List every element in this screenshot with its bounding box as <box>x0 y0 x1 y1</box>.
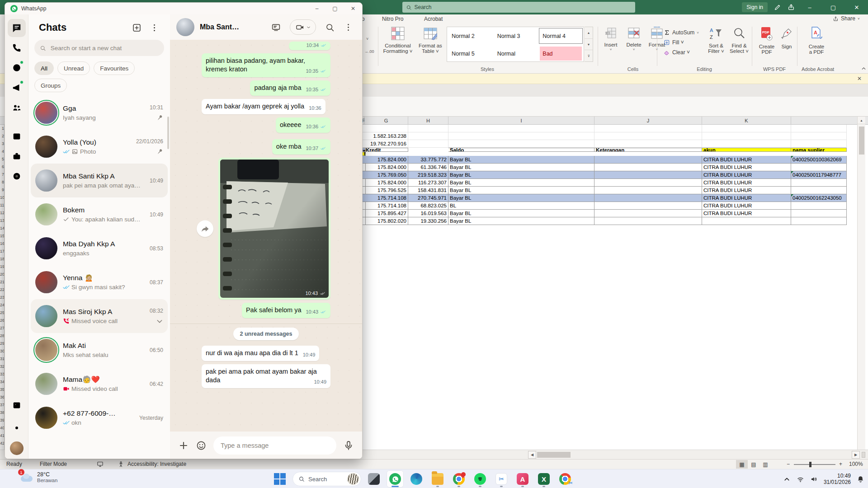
gallery-more-icon[interactable]: ⊽ <box>585 50 593 61</box>
chat-list-item[interactable]: Gga Iyah sayang <box>31 96 168 130</box>
style-normal-5[interactable]: Normal 5 <box>447 45 493 62</box>
taskbar-chrome[interactable] <box>450 470 467 488</box>
chat-search-bar[interactable] <box>34 40 164 56</box>
view-page-layout-button[interactable]: ▤ <box>748 460 760 469</box>
column-header[interactable]: H <box>408 117 448 125</box>
chat-list-scrollbar[interactable] <box>167 117 169 149</box>
table-row[interactable]: 175.824.000 116.273.307 Bayar BL CITRA B… <box>363 179 847 187</box>
gallery-up-icon[interactable]: ▲ <box>585 27 593 39</box>
format-as-table-button[interactable]: Format asTable ˅ <box>416 27 445 54</box>
sheet-row[interactable] <box>363 125 847 132</box>
tab-nitro-pro[interactable]: Nitro Pro <box>382 16 403 22</box>
sign-button[interactable]: Sign <box>778 27 795 49</box>
fill-button[interactable]: Fill ˅ <box>664 39 699 46</box>
draw-pen-icon[interactable] <box>774 4 781 11</box>
chat-list-item[interactable]: Yenna 🙍🏼 Si gwyn masi sakit? <box>31 265 168 299</box>
rail-calls[interactable] <box>8 39 26 57</box>
vertical-scrollbar[interactable]: ▲ <box>857 117 865 450</box>
chat-list-item[interactable]: Mas Siroj Kkp A Missed voice call <box>31 299 168 333</box>
excel-restore-button[interactable]: ▢ <box>825 0 842 14</box>
taskbar-file-explorer[interactable] <box>429 470 446 488</box>
notification-close-icon[interactable]: ✕ <box>857 75 862 82</box>
style-bad[interactable]: Bad <box>540 47 582 61</box>
chat-list-item[interactable]: +62 877-6009-… okn <box>31 401 168 435</box>
message-photo[interactable] <box>220 160 329 298</box>
filter-chip[interactable]: Unread <box>57 61 90 75</box>
view-normal-button[interactable]: ▦ <box>736 460 748 469</box>
message-bubble[interactable]: Ayam bakar /ayam geprek aj yolla 10:36 <box>202 99 326 114</box>
table-row[interactable]: 175.895.427 16.019.563 Bayar BL CITRA BU… <box>363 210 847 217</box>
clear-button[interactable]: Clear ˅ <box>664 49 699 56</box>
message-input[interactable] <box>213 436 336 455</box>
attach-plus-icon[interactable] <box>178 440 189 451</box>
taskbar-weather[interactable]: 1 28°C Berawan <box>20 471 57 483</box>
rail-business-tools[interactable] <box>8 147 26 165</box>
wifi-icon[interactable] <box>797 475 804 483</box>
table-row[interactable]: 175.796.525 158.431.831 Bayar BL CITRA B… <box>363 187 847 194</box>
table-row[interactable]: 175.824.000 33.775.772 Bayar BL CITRA BU… <box>363 156 847 164</box>
collapse-ribbon-icon[interactable] <box>861 66 867 71</box>
tray-chevron-up-icon[interactable] <box>783 475 791 483</box>
conversation-search-icon[interactable] <box>325 23 335 32</box>
chat-list-item[interactable]: Bokem You: apakah kalian sud… <box>31 197 168 231</box>
taskbar-chrome-capture[interactable]: ✂ <box>557 470 574 488</box>
message-bubble[interactable]: okeeee 10:36 <box>276 117 330 133</box>
video-call-button[interactable] <box>290 19 316 35</box>
tab-acrobat[interactable]: Acrobat <box>424 16 443 22</box>
chat-list-item[interactable]: Mba Dyah Kkp A enggaaks <box>31 231 168 265</box>
excel-close-button[interactable]: ✕ <box>848 0 865 14</box>
display-settings-icon[interactable] <box>97 461 104 468</box>
chat-list-item[interactable]: Yolla (You) Photo <box>31 130 168 164</box>
style-normal-4[interactable]: Normal 4 <box>538 27 584 45</box>
find-select-button[interactable]: Find &Select ˅ <box>727 27 751 54</box>
rail-channels[interactable] <box>8 79 26 97</box>
rail-status[interactable] <box>8 59 26 77</box>
new-chat-icon[interactable] <box>132 23 142 33</box>
filter-chip[interactable]: Groups <box>34 79 67 92</box>
search-highlight-thumbnail[interactable] <box>347 473 359 485</box>
chat-list-item[interactable]: Mama🧓❤️ Missed video call <box>31 367 168 401</box>
taskbar-photos[interactable] <box>365 470 382 488</box>
conversation-header[interactable]: Mba Sant… <box>170 14 362 40</box>
message-bubble[interactable]: oke mba 10:37 <box>272 139 330 155</box>
sort-filter-button[interactable]: AZ Sort &Filter ˅ <box>704 27 728 54</box>
whatsapp-titlebar[interactable]: WhatsApp – ▢ ✕ <box>5 3 362 14</box>
zoom-slider-thumb[interactable] <box>809 462 811 467</box>
excel-minimize-button[interactable]: – <box>801 0 818 14</box>
start-button[interactable] <box>271 470 288 488</box>
rail-settings[interactable] <box>8 419 26 437</box>
zoom-in-icon[interactable]: + <box>839 461 842 467</box>
chat-list-item[interactable]: Mba Santi Kkp A pak pei ama pak omat aya… <box>31 164 168 197</box>
rail-media[interactable] <box>8 396 26 414</box>
notification-bell-icon[interactable] <box>857 475 864 483</box>
taskbar-red-a-app[interactable]: A <box>514 470 531 488</box>
zoom-out-icon[interactable]: − <box>787 461 790 467</box>
scroll-up-icon[interactable]: ▲ <box>858 117 865 124</box>
contact-avatar[interactable] <box>176 18 194 36</box>
chat-search-input[interactable] <box>51 45 159 52</box>
column-header[interactable]: K <box>702 117 791 125</box>
sign-in-button[interactable]: Sign in <box>742 2 768 12</box>
chat-list-item[interactable]: Mak Ati Mks sehat selalu <box>31 333 168 367</box>
rail-communities[interactable] <box>8 99 26 117</box>
table-row[interactable]: 175.802.020 19.330.256 Bayar BL <box>363 217 847 225</box>
emoji-icon[interactable] <box>196 440 207 451</box>
message-bubble[interactable]: nur di wa aja mau apa dia di lt 1 10:49 <box>202 346 319 361</box>
table-row[interactable]: 175.714.108 68.823.025 BL CITRA BUDI LUH… <box>363 202 847 210</box>
create-pdf-button[interactable]: PDF CreatePDF <box>756 27 778 55</box>
forward-button[interactable] <box>197 221 213 237</box>
autosum-button[interactable]: AutoSum˅ <box>664 29 699 36</box>
column-header[interactable]: G <box>364 117 408 125</box>
column-header[interactable]: J <box>594 117 702 125</box>
table-row[interactable]: 175.824.000 61.336.746 Bayar BL CITRA BU… <box>363 164 847 171</box>
message-bubble[interactable]: Pak safei belom ya 10:43 <box>242 303 330 318</box>
insert-cells-button[interactable]: Insert˅ <box>600 27 621 52</box>
table-header-row[interactable]: Kredit Saldo Keterangan akun nama suplie… <box>363 148 847 156</box>
rail-chats[interactable] <box>8 19 26 37</box>
sheet-row[interactable]: 1.582.163.238 <box>363 132 847 140</box>
status-accessibility[interactable]: Accessibility: Investigate <box>127 461 186 467</box>
taskbar-snipping-tool[interactable]: ✂ <box>493 470 510 488</box>
vertical-scroll-thumb[interactable] <box>859 127 864 155</box>
wa-minimize-button[interactable]: – <box>308 3 326 14</box>
mic-icon[interactable] <box>343 440 354 451</box>
